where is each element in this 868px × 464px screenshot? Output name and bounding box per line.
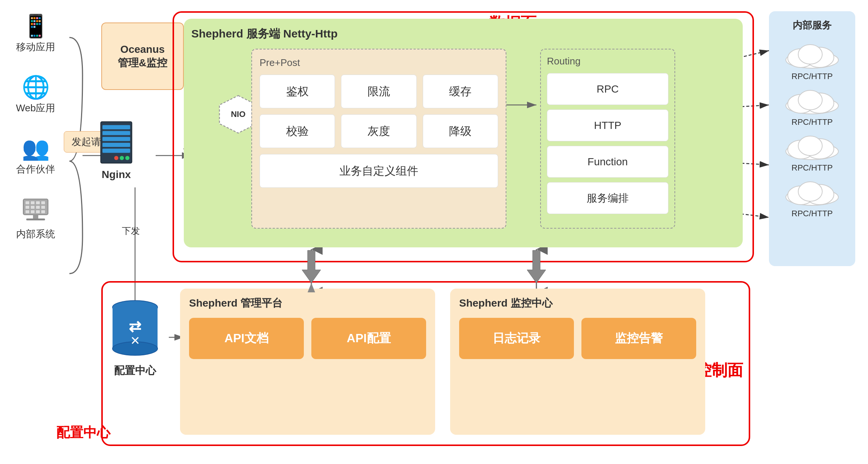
cloud-label-3: RPC/HTTP [791, 163, 833, 173]
filter-cache: 缓存 [423, 75, 498, 108]
routing-function: Function [547, 146, 668, 178]
clients-column: 📱 移动应用 🌐 Web应用 👥 合作伙伴 [8, 15, 64, 241]
svg-rect-28 [36, 210, 40, 213]
svg-rect-22 [26, 206, 29, 209]
filter-degrade: 降级 [423, 114, 498, 148]
svg-rect-19 [31, 201, 35, 204]
svg-text:✕: ✕ [130, 334, 140, 347]
routing-box: Routing RPC HTTP Function 服务编排 [540, 49, 675, 229]
cloud-label-4: RPC/HTTP [791, 209, 833, 219]
filter-auth: 鉴权 [260, 75, 335, 108]
svg-text:NIO: NIO [231, 109, 245, 119]
filter-grid: 鉴权 限流 缓存 校验 灰度 降级 [260, 75, 498, 148]
main-container: 📱 移动应用 🌐 Web应用 👥 合作伙伴 [0, 0, 868, 464]
svg-rect-27 [31, 210, 35, 213]
cloud-icon-3 [782, 135, 842, 161]
config-db-container: ⇄ ✕ 配置中心 [107, 296, 163, 378]
svg-rect-36 [102, 143, 130, 147]
nginx-label: Nginx [102, 169, 131, 181]
cloud-icon-4 [782, 180, 842, 207]
web-label: Web应用 [16, 102, 56, 115]
svg-rect-33 [102, 125, 130, 129]
svg-rect-31 [26, 219, 45, 220]
svg-rect-18 [26, 201, 29, 204]
cloud-item-1: RPC/HTTP [782, 43, 842, 81]
routing-service-orchestration: 服务编排 [547, 182, 668, 214]
mgmt-platform-box: Shepherd 管理平台 API文档 API配置 [180, 289, 435, 435]
business-component: 业务自定义组件 [260, 154, 498, 188]
client-web: 🌐 Web应用 [16, 76, 56, 115]
routing-http: HTTP [547, 109, 668, 141]
monitor-center-buttons: 日志记录 监控告警 [459, 318, 696, 359]
svg-rect-25 [41, 206, 45, 209]
client-partner: 👥 合作伙伴 [16, 137, 55, 176]
mobile-label: 移动应用 [16, 40, 55, 54]
cloud-item-4: RPC/HTTP [782, 180, 842, 219]
internal-system-label: 内部系统 [16, 228, 55, 241]
svg-point-39 [120, 156, 124, 160]
filter-rate-limit: 限流 [341, 75, 416, 108]
svg-point-57 [798, 90, 822, 110]
svg-rect-35 [102, 137, 130, 141]
web-icon: 🌐 [22, 76, 50, 99]
svg-rect-37 [102, 149, 130, 153]
cloud-icon-1 [782, 43, 842, 69]
monitor-alert-btn: 监控告警 [581, 318, 696, 359]
oceanus-title: Oceanus [120, 43, 165, 56]
partner-icon: 👥 [22, 137, 50, 160]
monitor-center-title: Shepherd 监控中心 [459, 296, 696, 310]
client-internal-system: 内部系统 [16, 198, 55, 241]
routing-items: RPC HTTP Function 服务编排 [547, 73, 668, 214]
log-record-btn: 日志记录 [459, 318, 574, 359]
cloud-item-3: RPC/HTTP [782, 135, 842, 173]
mgmt-platform-title: Shepherd 管理平台 [189, 296, 426, 310]
monitor-center-box: Shepherd 监控中心 日志记录 监控告警 [450, 289, 705, 435]
mgmt-platform-buttons: API文档 API配置 [189, 318, 426, 359]
svg-rect-29 [41, 210, 45, 213]
routing-label: Routing [547, 55, 668, 67]
config-db-label: 配置中心 [114, 364, 156, 378]
pre-post-box: Pre+Post 鉴权 限流 缓存 校验 灰度 降级 业务自定义组件 [251, 49, 506, 229]
api-doc-btn: API文档 [189, 318, 304, 359]
shepherd-server: Shepherd 服务端 Netty-Http NIO Pre+Post 鉴权 … [184, 19, 743, 247]
filter-gray: 灰度 [341, 114, 416, 148]
config-center-label-bottom: 配置中心 [56, 424, 110, 442]
svg-rect-34 [102, 131, 130, 135]
partner-label: 合作伙伴 [16, 163, 55, 176]
svg-point-53 [798, 45, 822, 64]
svg-rect-26 [26, 210, 29, 213]
cloud-label-2: RPC/HTTP [791, 117, 833, 127]
routing-rpc: RPC [547, 73, 668, 105]
oceanus-subtitle: 管理&监控 [118, 56, 167, 70]
filter-validate: 校验 [260, 114, 335, 148]
svg-rect-30 [33, 215, 38, 219]
config-db-icon: ⇄ ✕ [107, 296, 163, 360]
svg-point-65 [798, 182, 822, 201]
svg-rect-20 [36, 201, 40, 204]
nginx-server-icon [98, 120, 135, 165]
svg-rect-23 [31, 206, 35, 209]
internal-services: 内部服务 RPC/HTTP RPC/HTTP [769, 11, 855, 266]
internal-services-title: 内部服务 [793, 19, 832, 32]
client-mobile: 📱 移动应用 [16, 15, 55, 54]
svg-rect-21 [41, 201, 45, 204]
mobile-icon: 📱 [22, 15, 50, 37]
svg-point-61 [798, 136, 822, 156]
internal-system-icon [23, 198, 49, 225]
cloud-icon-2 [782, 89, 842, 115]
shepherd-server-title: Shepherd 服务端 Netty-Http [191, 26, 735, 42]
svg-point-38 [125, 156, 129, 160]
xia-fa-label: 下发 [122, 225, 140, 237]
svg-text:⇄: ⇄ [129, 318, 141, 335]
svg-point-40 [114, 156, 118, 160]
nginx-container: Nginx [98, 120, 135, 181]
cloud-item-2: RPC/HTTP [782, 89, 842, 127]
pre-post-label: Pre+Post [260, 57, 498, 69]
pre-post-to-routing-arrow [506, 94, 544, 116]
oceanus-box: Oceanus 管理&监控 [101, 22, 184, 90]
svg-rect-24 [36, 206, 40, 209]
api-config-btn: API配置 [311, 318, 426, 359]
cloud-label-1: RPC/HTTP [791, 72, 833, 81]
